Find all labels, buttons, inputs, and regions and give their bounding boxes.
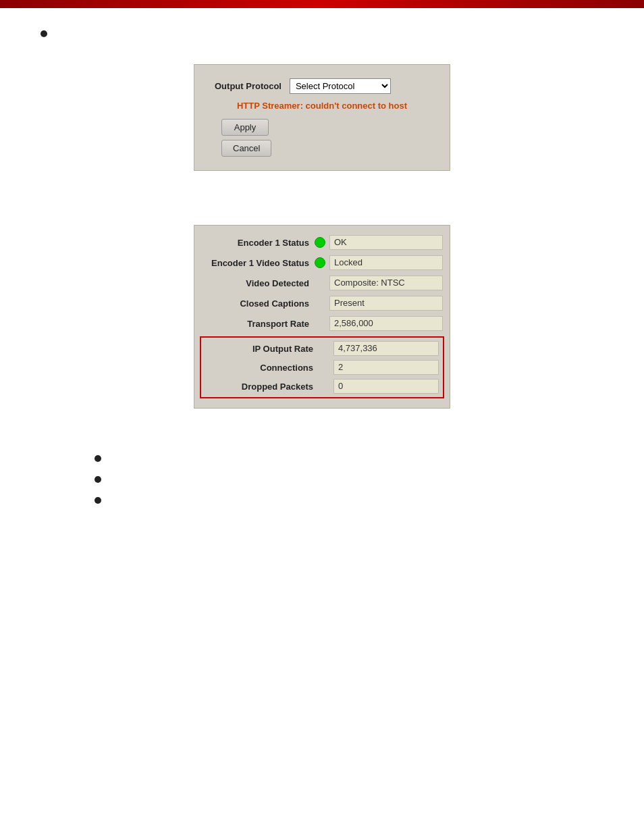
dropped-packets-label: Dropped Packets [205,382,313,392]
bullet-item-4 [95,495,603,504]
video-detected-label: Video Detected [201,278,309,288]
status-row-dropped-packets: Dropped Packets 0 [201,377,443,396]
status-row-encoder1-video: Encoder 1 Video Status Locked [194,253,450,273]
top-bar [0,0,644,8]
apply-button[interactable]: Apply [221,119,269,136]
encoder1-value: OK [329,235,443,250]
bullet-dot-4 [95,497,101,504]
ip-output-rate-label: IP Output Rate [205,344,313,354]
bullet-item-2 [95,453,603,462]
encoder1-video-value: Locked [329,255,443,270]
bullet-item-3 [95,474,603,483]
bullet-dot-2 [95,455,101,462]
closed-captions-label: Closed Captions [201,298,309,309]
status-row-video-detected: Video Detected Composite: NTSC [194,273,450,293]
protocol-panel: Output Protocol Select Protocol HTTP Str… [194,64,450,171]
transport-rate-value: 2,586,000 [329,316,443,331]
ip-output-rate-value: 4,737,336 [333,341,439,356]
encoder1-video-label: Encoder 1 Video Status [201,258,309,268]
bullet-dot-3 [95,476,101,483]
encoder1-label: Encoder 1 Status [201,238,309,248]
video-detected-value: Composite: NTSC [329,276,443,290]
dropped-packets-value: 0 [333,379,439,394]
bullet-item-1 [41,28,603,37]
status-panel: Encoder 1 Status OK Encoder 1 Video Stat… [194,225,450,409]
highlighted-group: IP Output Rate 4,737,336 Connections 2 D… [200,336,444,398]
button-row: Apply Cancel [215,119,429,157]
encoder1-indicator [315,237,325,248]
bullet-dot-1 [41,30,47,37]
encoder1-video-indicator [315,257,325,268]
status-row-transport-rate: Transport Rate 2,586,000 [194,313,450,334]
cancel-button[interactable]: Cancel [221,140,271,157]
connections-label: Connections [205,363,313,373]
status-row-encoder1: Encoder 1 Status OK [194,232,450,253]
output-protocol-row: Output Protocol Select Protocol HTTP Str… [215,78,429,94]
output-protocol-label: Output Protocol [215,81,281,91]
closed-captions-value: Present [329,296,443,311]
status-row-connections: Connections 2 [201,358,443,377]
transport-rate-label: Transport Rate [201,319,309,329]
status-row-ip-output-rate: IP Output Rate 4,737,336 [201,339,443,358]
connections-value: 2 [333,360,439,375]
protocol-select[interactable]: Select Protocol HTTP Streamer UDP RTP RT… [290,78,391,94]
status-row-closed-captions: Closed Captions Present [194,293,450,313]
error-message: HTTP Streamer: couldn't connect to host [215,101,429,111]
